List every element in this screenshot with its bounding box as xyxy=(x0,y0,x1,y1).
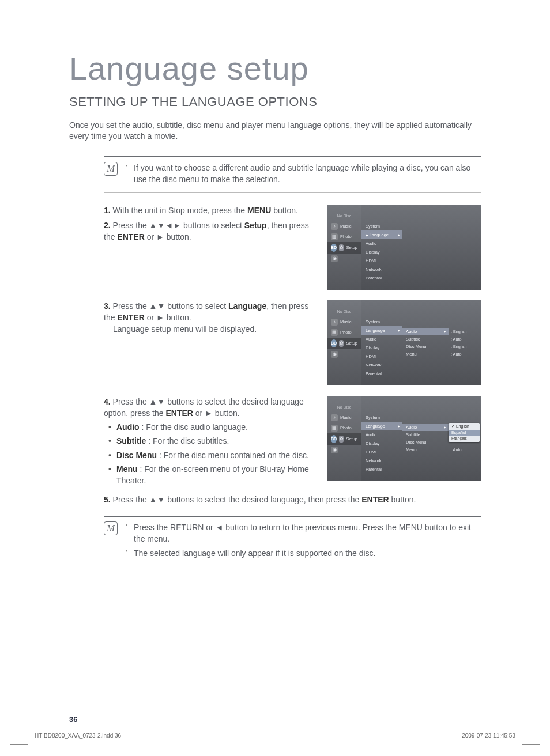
osd-menu-item-highlight: Language xyxy=(361,326,402,335)
note-item: The selected language will only appear i… xyxy=(126,547,481,559)
step-5: 5. Press the ▲▼ buttons to select the de… xyxy=(104,494,481,505)
page-number: 36 xyxy=(69,715,77,724)
step-4-bullet: Menu : For the on-screen menu of your Bl… xyxy=(104,463,314,487)
osd-sidebar-music: Music xyxy=(340,319,352,324)
osd-menu-item: Display xyxy=(361,343,402,352)
osd-no-disc: No Disc xyxy=(327,405,361,409)
osd-screenshot-2: No Disc ♪Music ▦Photo BD✿Setup ◉ System … xyxy=(327,300,481,385)
osd-screenshot-3: No Disc ♪Music ▦Photo BD✿Setup ◉ System … xyxy=(327,396,481,481)
osd-dropdown: English Español Français xyxy=(449,423,480,442)
osd-menu-item: HDMI xyxy=(361,448,402,456)
note-item: If you want to choose a different audio … xyxy=(126,162,481,186)
osd-sidebar-setup: Setup xyxy=(346,436,357,441)
music-icon: ♪ xyxy=(331,414,338,421)
osd-submenu-item: Disc Menu xyxy=(402,439,449,446)
note-item: Press the RETURN or ◄ button to return t… xyxy=(126,521,481,545)
osd-sidebar-setup: Setup xyxy=(346,341,357,346)
osd-menu-item: Parental xyxy=(361,465,402,474)
osd-sidebar-music: Music xyxy=(340,415,352,420)
bd-icon: BD xyxy=(331,339,337,347)
osd-menu-item: Network xyxy=(361,456,402,465)
disc-icon: ◉ xyxy=(331,255,338,262)
music-icon: ♪ xyxy=(331,223,338,230)
osd-menu-item-highlight: Language xyxy=(361,422,402,430)
osd-menu-item: HDMI xyxy=(361,352,402,361)
note-icon: M xyxy=(104,521,118,535)
osd-value: English xyxy=(453,329,467,334)
osd-sidebar-setup: Setup xyxy=(346,245,357,250)
step-4-bullet: Subtitle : For the disc subtitles. xyxy=(104,435,314,447)
step-3-sub: Language setup menu will be displayed. xyxy=(104,323,314,335)
osd-sidebar-photo: Photo xyxy=(340,425,352,430)
osd-sidebar-photo: Photo xyxy=(340,234,352,239)
osd-menu-item: System xyxy=(361,317,402,326)
osd-menu-item: Parental xyxy=(361,274,402,282)
osd-no-disc: No Disc xyxy=(327,214,361,218)
step-2: 2. Press the ▲▼◄► buttons to select Setu… xyxy=(104,220,314,243)
osd-menu-item: Network xyxy=(361,361,402,369)
osd-submenu-item: Disc Menu xyxy=(402,343,449,350)
osd-submenu-item-highlight: Audio xyxy=(402,424,449,431)
note-block-bottom: M Press the RETURN or ◄ button to return… xyxy=(104,516,481,566)
osd-menu-item: Audio xyxy=(361,239,402,248)
osd-sidebar-music: Music xyxy=(340,224,352,229)
disc-icon: ◉ xyxy=(331,351,338,358)
footer-timestamp: 2009-07-23 11:45:53 xyxy=(462,732,515,739)
photo-icon: ▦ xyxy=(331,233,338,240)
step-3: 3. Press the ▲▼ buttons to select Langua… xyxy=(104,300,314,324)
osd-submenu-item: Menu xyxy=(402,350,449,358)
osd-value: Auto xyxy=(453,447,462,452)
note-block-top: M If you want to choose a different audi… xyxy=(104,156,481,193)
chapter-title: Language setup xyxy=(69,52,481,86)
osd-menu-item: HDMI xyxy=(361,256,402,265)
osd-value: Auto xyxy=(453,351,462,357)
osd-submenu-item-highlight: Audio xyxy=(402,328,449,335)
photo-icon: ▦ xyxy=(331,425,338,432)
manual-page: Language setup SETTING UP THE LANGUAGE O… xyxy=(0,0,550,756)
bd-icon: BD xyxy=(331,244,337,252)
osd-no-disc: No Disc xyxy=(327,309,361,313)
gear-icon: ✿ xyxy=(339,436,344,443)
osd-screenshot-1: No Disc ♪Music ▦Photo BD✿Setup ◉ System … xyxy=(327,205,481,290)
osd-menu-item: System xyxy=(361,222,402,230)
step-4: 4. Press the ▲▼ buttons to select the de… xyxy=(104,396,314,419)
disc-icon: ◉ xyxy=(331,447,338,453)
osd-dropdown-item-selected: Español xyxy=(449,430,480,436)
photo-icon: ▦ xyxy=(331,329,338,336)
bd-icon: BD xyxy=(331,435,337,443)
gear-icon: ✿ xyxy=(339,244,344,251)
step-4-bullet: Audio : For the disc audio language. xyxy=(104,421,314,433)
osd-submenu-item: Subtitle xyxy=(402,431,449,439)
osd-dropdown-item: Français xyxy=(449,436,480,441)
osd-value: English xyxy=(453,344,467,349)
gear-icon: ✿ xyxy=(339,340,344,347)
footer-filename: HT-BD8200_XAA_0723-2.indd 36 xyxy=(35,732,121,739)
osd-dropdown-item: English xyxy=(449,424,480,430)
osd-menu-item: Display xyxy=(361,248,402,256)
osd-value: Auto xyxy=(453,337,462,342)
intro-paragraph: Once you set the audio, subtitle, disc m… xyxy=(69,120,481,142)
osd-sidebar-photo: Photo xyxy=(340,330,352,335)
osd-menu-item-highlight: Language xyxy=(361,230,402,239)
music-icon: ♪ xyxy=(331,319,338,326)
step-1: 1. With the unit in Stop mode, press the… xyxy=(104,205,314,216)
osd-menu-item: Display xyxy=(361,439,402,448)
osd-menu-item: System xyxy=(361,413,402,422)
osd-menu-item: Audio xyxy=(361,430,402,439)
osd-submenu-item: Menu xyxy=(402,446,449,453)
osd-menu-item: Audio xyxy=(361,335,402,343)
osd-menu-item: Network xyxy=(361,265,402,274)
osd-menu-item: Parental xyxy=(361,369,402,378)
step-4-bullet: Disc Menu : For the disc menu contained … xyxy=(104,449,314,461)
note-icon: M xyxy=(104,162,118,176)
osd-submenu-item: Subtitle xyxy=(402,335,449,343)
section-title: SETTING UP THE LANGUAGE OPTIONS xyxy=(69,94,481,109)
